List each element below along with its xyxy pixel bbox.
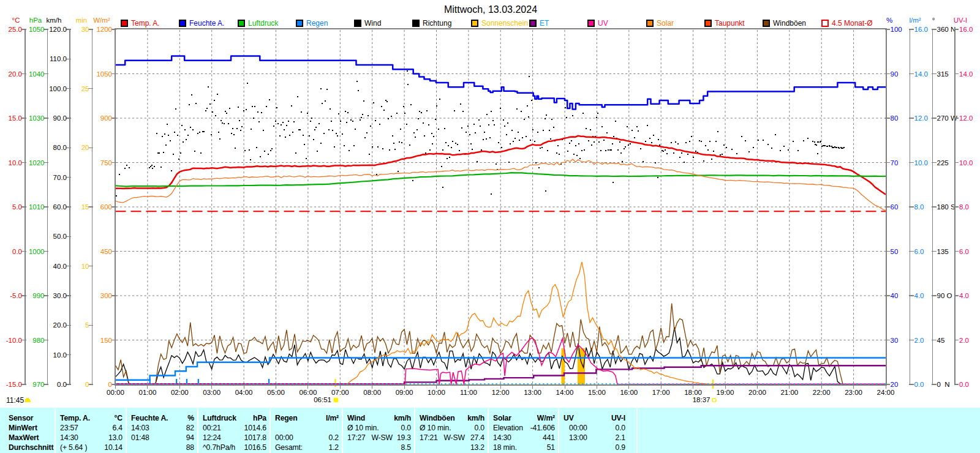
svg-text:20.0: 20.0 (53, 321, 67, 329)
svg-text:11:45: 11:45 (6, 396, 24, 405)
svg-text:0.0: 0.0 (959, 381, 969, 388)
svg-text:-41.606: -41.606 (530, 424, 556, 432)
svg-text:1200: 1200 (96, 26, 112, 33)
svg-text:Taupunkt: Taupunkt (715, 19, 745, 28)
svg-text:441: 441 (543, 433, 555, 442)
svg-text:25: 25 (81, 85, 89, 92)
svg-text:02:00: 02:00 (171, 389, 189, 396)
svg-text:%: % (187, 414, 194, 422)
svg-text:4.5 Monat-Ø: 4.5 Monat-Ø (832, 19, 873, 28)
svg-text:1030: 1030 (29, 114, 45, 122)
svg-text:980: 980 (32, 337, 44, 344)
svg-text:600: 600 (100, 203, 112, 211)
svg-text:1016.5: 1016.5 (244, 443, 267, 452)
svg-text:13:00: 13:00 (569, 433, 587, 442)
svg-text:135: 135 (937, 248, 949, 255)
svg-text:^0.7hPa/h: ^0.7hPa/h (203, 443, 235, 452)
svg-text:180 S: 180 S (937, 203, 956, 211)
svg-text:900: 900 (100, 114, 112, 122)
svg-text:60.0: 60.0 (53, 203, 67, 211)
svg-text:0.0: 0.0 (57, 381, 67, 388)
svg-text:14:30: 14:30 (60, 433, 78, 442)
svg-text:Temp. A.: Temp. A. (131, 19, 160, 28)
svg-text:8.0: 8.0 (914, 203, 924, 211)
svg-text:10.0: 10.0 (9, 159, 22, 167)
svg-text:05:00: 05:00 (267, 389, 285, 396)
svg-text:0.9: 0.9 (616, 443, 626, 452)
svg-text:06:51: 06:51 (314, 396, 331, 403)
svg-text:1010: 1010 (29, 203, 45, 211)
svg-text:6.0: 6.0 (959, 248, 969, 255)
svg-text:08:00: 08:00 (363, 389, 381, 396)
svg-text:23:57: 23:57 (60, 424, 78, 432)
svg-text:km/h: km/h (394, 414, 411, 422)
svg-text:0.0: 0.0 (475, 424, 485, 432)
svg-text:16.0: 16.0 (959, 26, 973, 33)
svg-text:-5.0: -5.0 (10, 292, 22, 299)
svg-text:50.0: 50.0 (53, 233, 67, 240)
svg-text:Mittwoch, 13.03.2024: Mittwoch, 13.03.2024 (444, 4, 537, 15)
svg-text:min: min (76, 17, 88, 24)
svg-text:300: 300 (100, 292, 112, 299)
svg-text:00:21: 00:21 (203, 424, 221, 432)
svg-text:19:00: 19:00 (717, 389, 734, 396)
svg-text:10.14: 10.14 (104, 443, 123, 452)
svg-text:30: 30 (891, 337, 899, 344)
svg-text:(+ 5.64 ): (+ 5.64 ) (60, 443, 87, 452)
svg-text:03:00: 03:00 (203, 389, 221, 396)
svg-text:14:03: 14:03 (131, 424, 149, 432)
svg-text:14:30: 14:30 (493, 433, 511, 442)
svg-text:40: 40 (891, 292, 899, 299)
svg-text:100: 100 (891, 26, 902, 33)
svg-text:1.2: 1.2 (329, 443, 339, 452)
svg-text:17:21 W-SW: 17:21 W-SW (420, 433, 465, 442)
svg-text:Sensor: Sensor (9, 414, 34, 422)
svg-text:1014.6: 1014.6 (244, 424, 267, 432)
svg-text:20: 20 (891, 381, 899, 388)
svg-text:150: 150 (100, 337, 112, 344)
svg-text:60: 60 (891, 203, 899, 211)
svg-text:15: 15 (81, 203, 89, 211)
svg-text:90.0: 90.0 (53, 114, 67, 122)
svg-text:Solar: Solar (657, 19, 674, 28)
svg-text:24:00: 24:00 (877, 389, 895, 396)
svg-text:100.0: 100.0 (49, 85, 67, 92)
svg-text:UV: UV (564, 414, 575, 422)
svg-text:00:00: 00:00 (275, 433, 293, 442)
svg-text:12:24: 12:24 (203, 433, 221, 442)
svg-text:hPa: hPa (29, 17, 42, 24)
svg-text:40.0: 40.0 (53, 263, 67, 270)
svg-text:°C: °C (115, 414, 123, 422)
svg-text:18:37: 18:37 (693, 396, 710, 403)
svg-text:Gesamt:: Gesamt: (275, 443, 303, 452)
svg-text:UV-I: UV-I (611, 414, 625, 422)
svg-text:20: 20 (81, 144, 89, 151)
svg-text:Luftdruck: Luftdruck (248, 19, 279, 28)
svg-text:15:00: 15:00 (588, 389, 606, 396)
svg-text:8.0: 8.0 (959, 203, 969, 211)
svg-text:1050: 1050 (29, 26, 45, 33)
svg-text:W/m²: W/m² (537, 414, 555, 422)
svg-text:Windböen: Windböen (773, 19, 806, 28)
svg-text:MinWert: MinWert (9, 424, 37, 432)
svg-text:Feuchte A.: Feuchte A. (189, 19, 224, 28)
svg-text:Feuchte A.: Feuchte A. (131, 414, 168, 422)
svg-text:Solar: Solar (493, 414, 511, 422)
svg-text:°C: °C (12, 17, 20, 24)
svg-text:17:27 W-SW: 17:27 W-SW (347, 433, 393, 442)
svg-text:10.0: 10.0 (914, 159, 928, 167)
svg-text:UV-I: UV-I (954, 17, 967, 24)
svg-text:18 min.: 18 min. (493, 443, 517, 452)
svg-text:90 O: 90 O (937, 292, 952, 299)
svg-text:70: 70 (891, 159, 899, 167)
svg-text:51: 51 (547, 443, 556, 452)
svg-text:-10.0: -10.0 (6, 337, 22, 344)
svg-text:10.0: 10.0 (53, 351, 67, 359)
svg-text:25.0: 25.0 (9, 26, 22, 33)
svg-text:13.0: 13.0 (108, 433, 123, 442)
svg-text:6.4: 6.4 (113, 424, 123, 432)
svg-text:360 N: 360 N (937, 26, 956, 33)
svg-text:l/m²: l/m² (909, 17, 921, 24)
svg-text:4.0: 4.0 (959, 292, 969, 299)
svg-text:16.0: 16.0 (914, 26, 928, 33)
